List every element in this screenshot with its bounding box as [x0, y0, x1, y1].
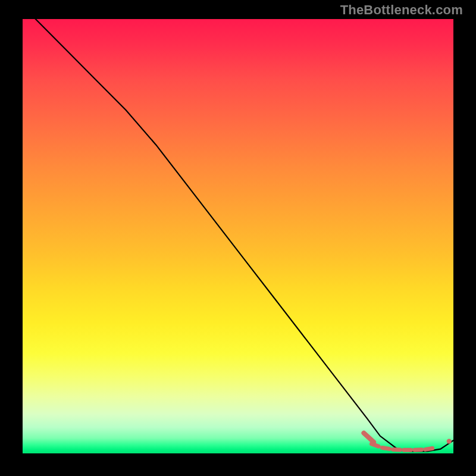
svg-line-2: [383, 448, 390, 449]
svg-line-5: [415, 450, 422, 450]
svg-line-6: [425, 449, 433, 450]
svg-line-1: [371, 444, 378, 446]
curve-svg: [23, 19, 453, 453]
end-dot-marker: [447, 439, 452, 443]
svg-line-3: [393, 449, 400, 450]
svg-line-0: [364, 433, 374, 442]
chart-stage: TheBottleneck.com: [0, 0, 476, 476]
plot-area: [23, 19, 453, 453]
watermark-text: TheBottleneck.com: [340, 2, 463, 18]
bottom-dash: [364, 433, 432, 450]
main-curve: [36, 19, 453, 451]
